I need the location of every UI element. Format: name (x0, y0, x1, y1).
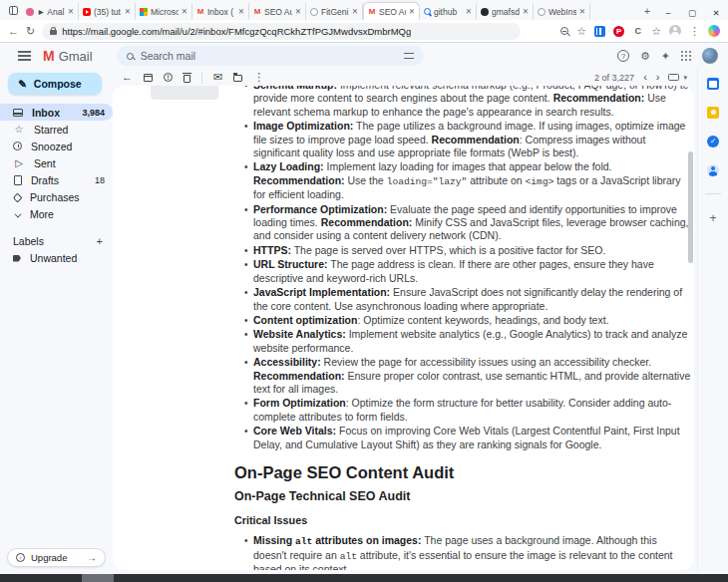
email-body: Schema Markup: Implement relevant schema… (234, 86, 691, 570)
tab-close-icon[interactable]: ✕ (295, 7, 301, 16)
hamburger-menu-icon[interactable] (18, 55, 31, 57)
tab-title: github (434, 7, 463, 17)
restore-button[interactable]: ▢ (680, 8, 704, 18)
email-bullet: Form Optimization: Optimize the form str… (244, 397, 691, 424)
report-spam-icon[interactable]: ! (164, 73, 173, 82)
clock-icon (13, 142, 22, 150)
tab-actions-button[interactable] (4, 2, 22, 18)
zoom-out-icon[interactable] (560, 27, 568, 35)
browser-tab[interactable]: github✕ (420, 3, 477, 20)
mark-unread-icon[interactable]: ✉ (213, 72, 222, 83)
compose-button[interactable]: ✎ Compose (8, 73, 102, 95)
browser-tab[interactable]: SEO Au✕ (249, 3, 306, 20)
tab-title: Microso (151, 7, 179, 17)
email-bullet: Performance Optimization: Evaluate the p… (244, 203, 691, 243)
sidebar-item-drafts[interactable]: Drafts18 (0, 171, 113, 188)
archive-icon[interactable] (144, 74, 153, 82)
c-extension-icon[interactable]: C (632, 26, 643, 37)
browser-tab[interactable]: Microso✕ (136, 3, 192, 20)
input-tools-caret-icon[interactable]: ▾ (683, 74, 687, 82)
browser-tab[interactable]: Inbox (✕ (192, 3, 249, 20)
more-options-icon[interactable]: ⋮ (253, 72, 264, 83)
newer-button[interactable]: ‹ (643, 72, 647, 83)
search-options-icon[interactable] (404, 52, 414, 60)
input-tools-icon[interactable] (668, 74, 679, 81)
toolbar-divider (201, 72, 202, 84)
gemini-icon[interactable]: ✦ (661, 50, 670, 63)
tab-close-icon[interactable]: ✕ (238, 7, 244, 16)
pinterest-extension-icon[interactable]: P (613, 26, 624, 37)
bookmark-star-icon[interactable]: ☆ (576, 25, 586, 38)
browser-tab[interactable]: SEO Au✕ (363, 2, 420, 20)
calendar-icon[interactable] (707, 78, 719, 90)
sidebar-item-more[interactable]: More (0, 205, 113, 222)
tab-close-icon[interactable]: ✕ (68, 7, 74, 16)
search-input[interactable]: Search mail (117, 46, 424, 66)
google-apps-icon[interactable] (681, 51, 691, 61)
back-to-inbox-button[interactable]: ← (122, 72, 133, 83)
account-avatar[interactable] (702, 48, 718, 64)
minimize-button[interactable]: – (656, 8, 680, 18)
tab-close-icon[interactable]: ✕ (352, 7, 358, 16)
tab-close-icon[interactable]: ✕ (182, 7, 187, 16)
tasks-icon[interactable]: ✓ (707, 136, 719, 147)
sidebar-item-label: Drafts (31, 174, 86, 186)
navbar-right: ☆ P C ☆ ⋮ (560, 25, 720, 38)
refresh-button[interactable]: ↻ (26, 25, 35, 38)
search-icon (127, 53, 134, 60)
globe-favicon-icon (310, 8, 318, 16)
sidebar-labels: Unwanted (0, 249, 113, 266)
browser-menu-button[interactable]: ⋮ (689, 25, 700, 38)
tab-close-icon[interactable]: ✕ (409, 7, 415, 16)
tab-title: WebIns (548, 7, 576, 17)
email-bullet: Missing alt attributes on images: The pa… (244, 534, 691, 570)
move-to-icon[interactable] (233, 75, 242, 82)
email-bullet: Lazy Loading: Implement lazy loading for… (244, 160, 691, 201)
help-icon[interactable]: ? (617, 50, 629, 62)
copilot-icon[interactable] (708, 25, 720, 37)
email-bullet: JavaScript Implementation: Ensure JavaSc… (244, 286, 691, 313)
settings-gear-icon[interactable]: ⚙ (640, 50, 650, 63)
close-button[interactable]: ✕ (704, 8, 728, 18)
browser-tab[interactable]: (35) tut✕ (79, 3, 136, 20)
new-tab-button[interactable]: + (638, 5, 656, 17)
contacts-icon[interactable] (707, 164, 719, 176)
get-addons-button[interactable]: + (709, 211, 716, 225)
critical-issues-list: Missing alt attributes on images: The pa… (234, 534, 691, 570)
tab-close-icon[interactable]: ✕ (125, 7, 131, 16)
tab-close-icon[interactable]: ✕ (579, 7, 585, 16)
upgrade-label: Upgrade (31, 552, 67, 563)
sidebar-item-inbox[interactable]: Inbox3,984 (0, 104, 113, 121)
tab-close-icon[interactable]: ✕ (466, 7, 472, 16)
browser-tab[interactable]: FitGeni✕ (306, 3, 363, 20)
address-bar[interactable]: https://mail.google.com/mail/u/2/#inbox/… (42, 23, 521, 40)
sidebar-item-label: Starred (34, 124, 105, 136)
create-label-button[interactable]: + (97, 235, 103, 247)
older-button[interactable]: › (656, 72, 660, 83)
sidebar-item-purchases[interactable]: Purchases (0, 188, 113, 205)
gmail-sidebar: ✎ Compose Inbox3,984☆StarredSnoozed▷Sent… (0, 69, 113, 574)
favorites-icon[interactable]: ☆ (651, 25, 661, 38)
upgrade-button[interactable]: ↑ Upgrade → (7, 548, 106, 567)
browser-tab[interactable]: gmafsd✕ (477, 3, 534, 20)
browser-tab[interactable]: WebIns✕ (534, 3, 590, 20)
arrow-right-icon: → (87, 552, 97, 563)
keep-icon[interactable] (707, 107, 719, 119)
star-icon: ☆ (13, 125, 25, 135)
sidebar-item-starred[interactable]: ☆Starred (0, 121, 113, 138)
labels-header-label: Labels (13, 235, 44, 247)
browser-tab[interactable]: ► Anal✕ (22, 3, 79, 20)
sidebar-item-unwanted[interactable]: Unwanted (0, 249, 113, 266)
delete-icon[interactable] (183, 75, 190, 83)
tab-close-icon[interactable]: ✕ (523, 7, 529, 16)
analytics-extension-icon[interactable] (594, 26, 605, 37)
sidebar-item-snoozed[interactable]: Snoozed (0, 138, 113, 154)
sidebar-item-sent[interactable]: ▷Sent (0, 154, 113, 171)
back-button[interactable]: ← (8, 25, 19, 37)
taskbar-item[interactable] (82, 574, 114, 582)
tab-title: ► Anal (37, 7, 65, 17)
window-controls: – ▢ ✕ (656, 8, 728, 18)
gmail-favicon-icon (368, 8, 376, 16)
browser-profile-avatar[interactable] (669, 25, 681, 37)
tab-title: (35) tut (94, 7, 122, 17)
